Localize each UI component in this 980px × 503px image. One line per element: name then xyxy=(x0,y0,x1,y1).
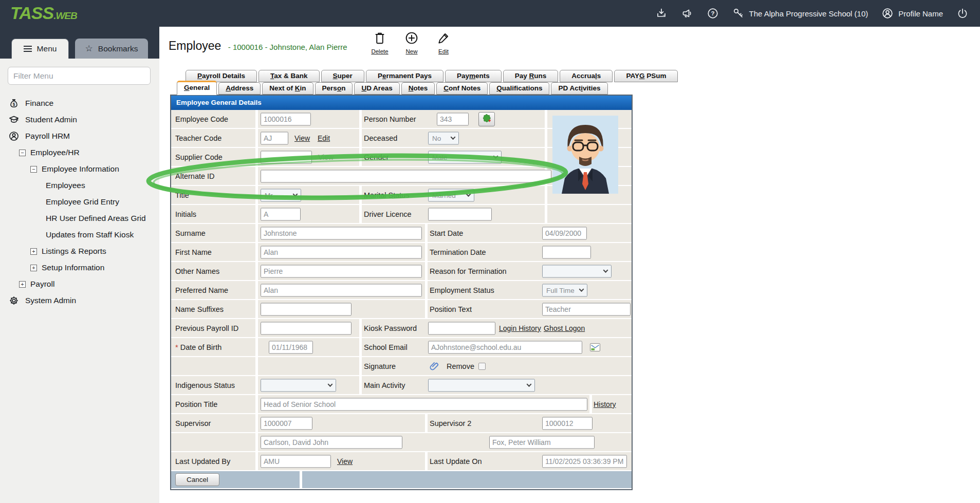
new-button[interactable]: New xyxy=(399,30,424,54)
logout-power-icon[interactable] xyxy=(956,7,969,20)
download-icon[interactable] xyxy=(655,7,668,20)
tab-permanent-pays[interactable]: Permanent Pays xyxy=(366,70,443,82)
profile-menu[interactable]: Profile Name xyxy=(881,7,943,20)
supervisor-input[interactable] xyxy=(261,417,312,430)
previous-payroll-id-input[interactable] xyxy=(261,322,352,334)
tab-tax-bank[interactable]: Tax & Bank xyxy=(258,70,320,82)
audit-view-link[interactable]: View xyxy=(337,457,353,465)
form-title-bar: Employee General Details xyxy=(171,96,632,110)
remove-checkbox[interactable] xyxy=(478,363,486,370)
other-names-input[interactable] xyxy=(261,265,422,277)
tab-pd-activities[interactable]: PD Activities xyxy=(551,82,607,95)
sidebar-item-payroll-hrm[interactable]: Payroll HRM xyxy=(0,128,159,144)
employment-status-select[interactable]: Full Time xyxy=(542,284,587,296)
tab-menu[interactable]: Menu xyxy=(11,39,69,59)
tab-qualifications[interactable]: Qualifications xyxy=(489,82,549,95)
edit-button[interactable]: Edit xyxy=(431,30,456,54)
main-activity-select[interactable] xyxy=(428,379,535,392)
selected-value: Full Time xyxy=(546,286,575,294)
expand-icon[interactable]: + xyxy=(30,265,37,271)
ghost-logon-link[interactable]: Ghost Logon xyxy=(544,324,585,332)
teacher-view-link[interactable]: View xyxy=(294,134,310,142)
divider xyxy=(545,129,547,147)
start-date-input[interactable] xyxy=(542,227,587,239)
supplier-code-input[interactable] xyxy=(261,151,312,163)
sidebar-item-label: Updates from Staff Kiosk xyxy=(46,230,134,239)
deceased-select[interactable]: No xyxy=(428,132,459,144)
sidebar-item-setup-information[interactable]: +Setup Information xyxy=(0,259,159,276)
reason-termination-select[interactable] xyxy=(542,265,612,277)
title-select[interactable]: Mr xyxy=(261,189,301,201)
expand-icon[interactable]: + xyxy=(30,248,37,255)
tab-address[interactable]: Address xyxy=(218,82,261,95)
email-icon[interactable] xyxy=(589,342,601,353)
kiosk-password-input[interactable] xyxy=(428,322,495,334)
last-update-on-input[interactable] xyxy=(542,455,627,468)
driver-licence-input[interactable] xyxy=(428,208,492,220)
supervisor-name-input[interactable] xyxy=(261,436,402,449)
surname-input[interactable] xyxy=(261,227,422,239)
employee-code-input[interactable] xyxy=(261,113,311,125)
divider xyxy=(545,148,547,166)
sidebar-item-student-admin[interactable]: Student Admin xyxy=(0,111,159,128)
people-picker-button[interactable] xyxy=(478,112,495,126)
school-email-input[interactable] xyxy=(428,341,582,353)
tab-bookmarks[interactable]: ☆ Bookmarks xyxy=(75,39,148,59)
tab-conf-notes[interactable]: Conf Notes xyxy=(436,82,488,95)
filter-menu-input[interactable] xyxy=(8,67,151,85)
tab-pay-runs[interactable]: Pay Runs xyxy=(503,70,559,82)
tab-general[interactable]: General xyxy=(177,81,217,95)
teacher-code-input[interactable] xyxy=(261,132,288,144)
alternate-id-input[interactable] xyxy=(261,170,551,182)
name-suffixes-input[interactable] xyxy=(261,303,352,315)
tab-next-of-kin[interactable]: Next of Kin xyxy=(262,82,313,95)
divider xyxy=(425,414,428,432)
sidebar-item-payroll[interactable]: +Payroll xyxy=(0,276,159,292)
collapse-icon[interactable]: − xyxy=(19,150,26,156)
first-name-input[interactable] xyxy=(261,246,422,258)
position-title-label: Position Title xyxy=(175,400,217,408)
tab-payments[interactable]: Payments xyxy=(445,70,502,82)
school-switcher[interactable]: The Alpha Progressive School (10) xyxy=(732,7,868,20)
cancel-button[interactable]: Cancel xyxy=(175,473,219,486)
sidebar-item-hr-user-defined-areas-grid[interactable]: HR User Defined Areas Grid xyxy=(0,210,159,227)
person-number-input[interactable] xyxy=(437,113,469,125)
initials-input[interactable] xyxy=(261,208,301,220)
sidebar-item-updates-from-staff-kiosk[interactable]: Updates from Staff Kiosk xyxy=(0,227,159,243)
tab-super[interactable]: Super xyxy=(321,70,364,82)
login-history-link[interactable]: Login History xyxy=(499,324,541,332)
collapse-icon[interactable]: − xyxy=(30,166,37,173)
sidebar-item-listings-reports[interactable]: +Listings & Reports xyxy=(0,243,159,259)
tab-notes[interactable]: Notes xyxy=(401,82,435,95)
indigenous-status-select[interactable] xyxy=(261,379,336,392)
help-icon[interactable]: ? xyxy=(707,7,719,20)
last-updated-by-input[interactable] xyxy=(261,455,331,468)
history-link[interactable]: History xyxy=(594,400,616,408)
preferred-name-input[interactable] xyxy=(261,284,422,296)
position-title-input[interactable] xyxy=(261,398,587,411)
surname-label: Surname xyxy=(175,229,206,237)
tab-payg-psum[interactable]: PAYG PSum xyxy=(614,70,678,82)
last-updated-by-label: Last Updated By xyxy=(175,457,230,465)
sidebar-item-system-admin[interactable]: System Admin xyxy=(0,292,159,309)
gender-select[interactable]: Male xyxy=(428,151,502,163)
tab-ud-areas[interactable]: UD Areas xyxy=(354,82,399,95)
sidebar-item-employee-grid-entry[interactable]: Employee Grid Entry xyxy=(0,194,159,210)
date-of-birth-input[interactable] xyxy=(269,341,313,353)
tab-person[interactable]: Person xyxy=(315,82,353,95)
attachment-icon[interactable] xyxy=(429,361,440,372)
sidebar-item-employees[interactable]: Employees xyxy=(0,177,159,194)
expand-icon[interactable]: + xyxy=(19,281,26,288)
supervisor2-name-input[interactable] xyxy=(489,436,595,449)
supervisor2-input[interactable] xyxy=(542,417,593,430)
position-text-input[interactable] xyxy=(542,303,631,315)
marital-status-select[interactable]: Married xyxy=(428,189,474,201)
delete-button[interactable]: Delete xyxy=(367,30,392,54)
tab-accruals[interactable]: Accruals xyxy=(560,70,613,82)
sidebar-item-employee-information[interactable]: −Employee Information xyxy=(0,161,159,177)
announcements-icon[interactable] xyxy=(681,7,693,20)
sidebar-item-employee-hr[interactable]: −Employee/HR xyxy=(0,144,159,161)
termination-date-input[interactable] xyxy=(542,246,591,258)
teacher-edit-link[interactable]: Edit xyxy=(318,134,330,142)
sidebar-item-finance[interactable]: $Finance xyxy=(0,95,159,111)
